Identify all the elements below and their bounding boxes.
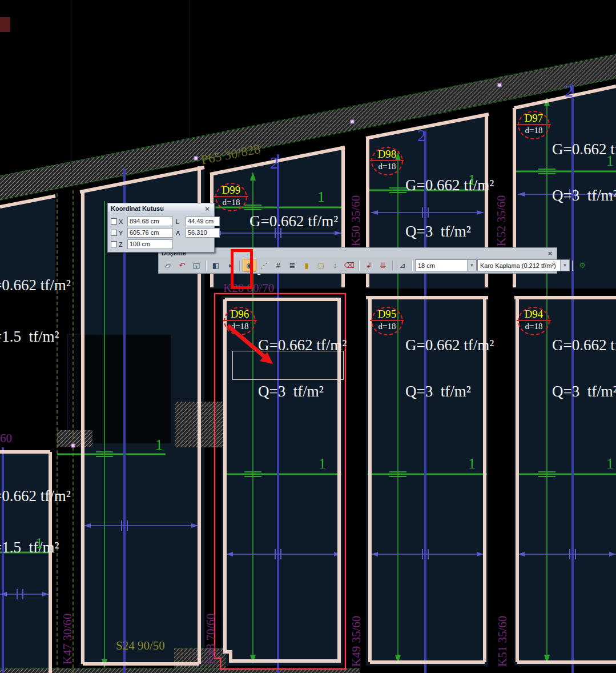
beam-label-k52[interactable]: K52 35/60	[494, 172, 509, 246]
beam-label-cut-60: 60	[0, 431, 12, 446]
q-load: Q=3 tf/m²	[258, 384, 347, 399]
slab-import-icon[interactable]: ↶	[175, 259, 189, 272]
koordinat-dialog-title: Koordinat Kutusu	[111, 205, 164, 212]
slab-thickness: d=18	[525, 125, 543, 136]
slab-region-icon[interactable]: ▢	[314, 259, 328, 272]
axis-label-1: 1	[155, 438, 163, 452]
g-load: G=0.662 tf/m²	[552, 338, 616, 353]
slab-tag-d94[interactable]: D94 d=18 G=0.662 tf/m² Q=3 tf/m²	[518, 307, 616, 430]
koordinat-dialog[interactable]: Koordinat Kutusu × X 894.68 cm L 44.49 c…	[107, 203, 215, 253]
slab-tag-d96[interactable]: D96 d=18 G=0.662 tf/m² Q=3 tf/m²	[224, 307, 347, 430]
slab-circle: D99 d=18	[215, 183, 247, 211]
slab-hatch-icon[interactable]: #	[271, 259, 285, 272]
slab-tag-d97[interactable]: D97 d=18 G=0.662 tf/m² Q=3 tf/m²	[518, 111, 616, 234]
axis-label-1: 1	[606, 456, 614, 471]
beam-label-k51[interactable]: K51 35/60	[496, 592, 510, 667]
thickness-combo[interactable]: 18 cm ▼	[415, 259, 477, 271]
close-icon[interactable]: ×	[203, 205, 211, 213]
doseme-toolbar[interactable]: Döşeme × ▱ ↶ ◱ ◧ ◗ ◉ ⋰ # ≣ ▮ ▢ ↕ ⌫ ↲ ⇊ ⊿	[158, 247, 557, 274]
z-lock-checkbox[interactable]: Z	[111, 241, 124, 248]
slab-name: D97	[525, 112, 543, 124]
close-icon[interactable]: ×	[546, 249, 554, 258]
slab-thickness: d=18	[231, 321, 249, 332]
axis-label-1: 1	[606, 154, 614, 169]
slab-slope-icon[interactable]: ⋰	[257, 259, 271, 272]
partial-loads-lower: =0.662 tf/m² =1.5 tf/m²	[0, 453, 71, 590]
angle-field[interactable]: 56.310	[186, 228, 220, 238]
span-direction-icon[interactable]: ↕	[328, 259, 342, 272]
axis-label-1: 1	[319, 456, 326, 471]
thickness-combo-value: 18 cm	[418, 262, 435, 269]
koordinat-dialog-body: X 894.68 cm L 44.49 cm Y 605.76 cm A 56.…	[108, 214, 214, 252]
slab-name: D98	[378, 148, 397, 160]
slab-divider	[370, 320, 404, 321]
slab-circle: D96 d=18	[224, 307, 256, 335]
cad-window: D99 d=18 G=0.662 tf/m² Q=3 tf/m² D98 d=1…	[0, 0, 616, 673]
x-lock-checkbox[interactable]: X	[111, 218, 124, 225]
y-lock-checkbox[interactable]: Y	[111, 230, 124, 237]
y-label: Y	[119, 230, 123, 237]
g-load: G=0.662 tf/m²	[405, 338, 494, 353]
toolbar-separator	[206, 261, 207, 271]
slab-load-icon[interactable]: ▮	[300, 259, 313, 272]
toolbar-separator	[572, 261, 573, 271]
q-load: Q=3 tf/m²	[405, 384, 494, 399]
beam-label-k47[interactable]: K47 30/60	[61, 590, 75, 664]
material-combo-value: Karo Kaplama (0.212 tf/m²)	[480, 262, 556, 269]
slab-edit-icon[interactable]: ◱	[190, 259, 203, 272]
q-load: Q=3 tf/m²	[405, 224, 494, 239]
slab-thickness: d=18	[525, 321, 543, 332]
checkbox-icon[interactable]	[111, 218, 117, 225]
slab-name: D94	[525, 308, 543, 320]
y-coordinate-field[interactable]: 605.76 cm	[127, 228, 173, 238]
axis-label-2: 2	[270, 154, 279, 171]
load-arrows-icon[interactable]: ⇊	[376, 259, 390, 272]
slab-tag-d95[interactable]: D95 d=18 G=0.662 tf/m² Q=3 tf/m²	[371, 307, 494, 430]
x-coordinate-field[interactable]: 894.68 cm	[127, 217, 173, 226]
length-field[interactable]: 44.49 cm	[186, 217, 220, 226]
partial-loads-upper: =0.662 tf/m² =1.5 tf/m²	[0, 242, 71, 379]
checkbox-icon[interactable]	[111, 241, 117, 247]
l-label: L	[176, 218, 183, 225]
x-label: X	[119, 218, 123, 225]
q-load: Q=3 tf/m²	[552, 384, 616, 399]
doseme-toolbar-buttons: ▱ ↶ ◱ ◧ ◗ ◉ ⋰ # ≣ ▮ ▢ ↕ ⌫ ↲ ⇊ ⊿ 18 cm ▼	[159, 258, 557, 273]
slab-name: D95	[378, 308, 397, 320]
erase-icon[interactable]: ⌫	[343, 259, 356, 272]
corner-load-icon[interactable]: ↲	[362, 259, 376, 272]
slab-loads: G=0.662 tf/m² Q=3 tf/m²	[552, 111, 616, 234]
column-label-s24[interactable]: S24 90/50	[116, 639, 165, 653]
slab-name: D96	[231, 308, 249, 320]
ramp-icon[interactable]: ⊿	[396, 259, 409, 272]
q-load: =1.5 tf/m²	[0, 328, 71, 345]
z-coordinate-field[interactable]: 100 cm	[127, 239, 173, 249]
chevron-down-icon[interactable]: ▼	[560, 260, 569, 271]
slab-divider	[370, 160, 404, 161]
slab-divider	[223, 320, 257, 321]
beam-label-k50[interactable]: K50 35/60	[349, 172, 363, 246]
g-load: =0.662 tf/m²	[0, 277, 71, 294]
slab-circle: D97 d=18	[518, 111, 550, 139]
slab-layers-icon[interactable]: ≣	[285, 259, 299, 272]
axis-label-2: 2	[565, 82, 573, 99]
g-load: G=0.662 tf/m²	[249, 214, 338, 229]
q-load: Q=3 tf/m²	[552, 188, 616, 203]
chevron-down-icon[interactable]: ▼	[467, 260, 476, 271]
slab-loads: G=0.662 tf/m² Q=3 tf/m²	[405, 307, 494, 430]
axis-label-1: 1	[317, 190, 325, 205]
koordinat-dialog-titlebar[interactable]: Koordinat Kutusu ×	[108, 203, 214, 214]
slab-divider	[517, 124, 551, 125]
slab-thickness: d=18	[379, 321, 396, 332]
slab-divider	[214, 196, 248, 197]
slab-thickness: d=18	[379, 161, 396, 172]
checkbox-icon[interactable]	[111, 230, 117, 236]
doseme-toolbar-titlebar[interactable]: Döşeme ×	[159, 248, 557, 258]
slab-fill-icon[interactable]: ◧	[209, 259, 223, 272]
g-load: =0.662 tf/m²	[0, 487, 71, 504]
materials-gear-icon[interactable]: ⚙	[575, 259, 589, 272]
slab-draw-icon[interactable]: ▱	[161, 259, 175, 272]
beam-label-k48[interactable]: K48 70/60	[204, 590, 218, 664]
material-combo[interactable]: Karo Kaplama (0.212 tf/m²) ▼	[477, 259, 570, 271]
beam-label-k49[interactable]: K49 35/60	[349, 592, 364, 667]
toolbar-separator	[392, 261, 393, 271]
